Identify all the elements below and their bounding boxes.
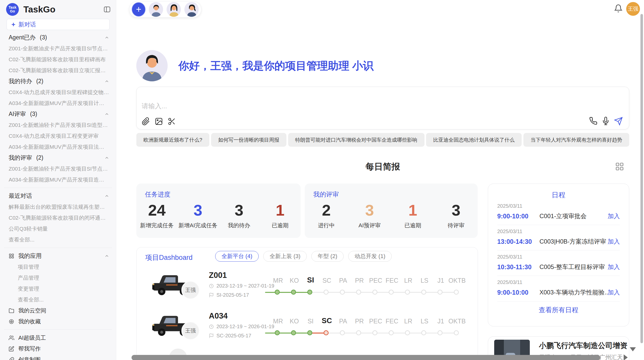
join-link[interactable]: 加入 [608,288,620,296]
milestone-label: OKTB [448,318,466,325]
tab-new-body[interactable]: 全新上装 (3) [263,251,307,262]
vertical-scrollbar[interactable] [640,14,643,343]
sidebar-item-cloud-space[interactable]: 我的云空间 [0,305,116,316]
scroll-right-icon[interactable] [624,354,628,360]
project-row[interactable]: 王强 Z001 2023-12-19 ~ 2027-01-19 SI-2025-… [137,270,478,310]
scroll-down-icon[interactable] [630,347,636,351]
join-link[interactable]: 加入 [608,212,620,220]
list-item[interactable]: 公司Q3轻卡销量 [0,223,116,234]
stat-label: 已逾期 [260,222,301,229]
flag-icon [209,333,214,338]
section-header-agent-done[interactable]: Agent已办 (3) [0,32,116,43]
milestone-label: LR [404,318,412,325]
suggestion-chip[interactable]: 比亚迪全固态电池计划具体说了什么 [426,133,522,147]
clock-icon [209,324,214,329]
stat-label: 我的待办 [218,222,260,229]
milestone-label-current: SI [307,276,314,284]
tab-year-model[interactable]: 年型 (2) [311,251,344,262]
list-item[interactable]: C02-飞腾新能源轻客改款项目立项汇报方案 [0,65,116,76]
schedule-name: X003-车辆动力学性能验... [539,288,608,296]
sidebar-item-ai-super-staff[interactable]: AI超级员工 [0,332,116,343]
greeting-text: 你好，王强，我是你的项目管理助理 小识 [178,59,374,73]
tab-powertrain[interactable]: 动总开发 (1) [348,251,392,262]
list-item[interactable]: Z001-全新燃油皮卡产品开发项目SI节点Lesson Learn报告 [0,43,116,54]
milestone-dot [421,290,426,295]
card-title: 任务进度 [145,190,170,199]
avatar[interactable] [149,2,163,17]
divider [4,188,112,188]
section-label: 我的待办 [9,78,32,84]
scissors-icon[interactable] [168,117,176,126]
suggestion-chip[interactable]: 当下年轻人对汽车外观有怎样的喜好趋势 [523,133,629,147]
phone-icon[interactable] [589,117,597,125]
briefing-layout-icon[interactable] [615,162,624,171]
section-header-my-review[interactable]: 我的评审 (2) [0,152,116,163]
notification-bell-icon[interactable] [614,4,623,13]
section-header-my-apps[interactable]: 我的应用 [0,250,116,261]
list-item[interactable]: Z001-全新燃油轻卡产品开发项目SI节点属性5D文件评审 [0,163,116,174]
list-item[interactable]: C0X4-动力总成开发项目SI里程碑提交物检查 [0,87,116,98]
tab-new-platform[interactable]: 全新平台 (4) [215,251,259,262]
milestone-dot [291,330,296,335]
add-contact-button[interactable]: + [132,3,145,16]
section-label: Agent已办 [9,34,36,41]
main-area: + 王强 [116,0,644,360]
list-item[interactable]: C0X4-动力总成开发项目工程变更评审 [0,130,116,141]
sidebar-item-creative-drawing[interactable]: 创意制图 [0,354,116,360]
horizontal-scrollbar[interactable] [131,355,600,360]
list-item[interactable]: 解释最新出台的欧盟报废车法规再生塑料比例被调至15%... [0,201,116,212]
sidebar-collapse-icon[interactable] [103,6,111,13]
new-chat-button[interactable]: + 新对话 [7,19,110,30]
section-header-my-todo[interactable]: 我的待办 (2) [0,76,116,87]
section-header-ai-review[interactable]: AI评审 (3) [0,109,116,119]
milestone-dot [454,330,459,335]
milestone-dot [356,290,361,295]
list-item[interactable]: C02-飞腾新能源轻客改款项目里程碑画布 [0,54,116,65]
stat: 1 已逾期 [391,202,434,229]
view-all-recent[interactable]: 查看全部... [0,234,116,245]
suggestion-chip[interactable]: 欧洲新规最近颁布了什么? [136,133,209,147]
sidebar-item-project-mgmt[interactable]: 项目管理 [0,261,116,272]
user-initials: 王强 [628,5,638,12]
view-all-apps[interactable]: 查看全部... [0,294,116,305]
attachment-icon[interactable] [142,117,150,126]
list-item[interactable]: A034-全新新能源MUV产品开发项目法规符合性评审 [0,141,116,152]
stat-label: 已逾期 [391,222,434,229]
sidebar-item-change-mgmt[interactable]: 变更管理 [0,283,116,294]
sidebar-item-favorites[interactable]: 我的收藏 [0,316,116,327]
user-avatar[interactable]: 王强 [626,2,640,16]
send-icon[interactable] [614,117,622,125]
view-all-schedule-link[interactable]: 查看所有日程 [488,306,629,314]
avatar[interactable] [167,2,181,17]
milestone-dot [307,330,312,335]
image-icon[interactable] [155,117,163,126]
list-item[interactable]: A034-全新新能源MUV产品开发项目计划变更表编写 [0,98,116,109]
schedule-name: C003|H0B-方案冻结评审 [539,237,608,246]
suggestion-chip[interactable]: 如何写一份清晰的项目周报 [211,133,286,147]
milestone-dot [454,290,459,295]
list-item[interactable]: A034-全新新能源MUV产品开发项目造型可行性评审 [0,174,116,185]
sidebar-item-product-mgmt[interactable]: 产品管理 [0,272,116,283]
milestone-label: PR [355,277,364,284]
my-review-card: 我的评审 2 进行中 3 AI预评审 1 已逾期 3 待评审 [305,184,478,238]
avatar[interactable] [184,2,199,17]
chat-input[interactable] [142,102,574,114]
sidebar-list: Agent已办 (3) Z001-全新燃油皮卡产品开发项目SI节点Lesson … [0,32,116,360]
microphone-icon[interactable] [602,117,610,125]
greeting: 你好，王强，我是你的项目管理助理 小识 [136,50,374,81]
milestone-dot [340,290,345,295]
logo-text-bottom: Go [10,9,15,13]
list-item[interactable]: C02-飞腾新能源轻客改款项目的闭环通告反馈情况 [0,212,116,223]
app-logo: Task Go [6,3,19,16]
join-link[interactable]: 加入 [608,237,620,246]
section-header-recent[interactable]: 最近对话 [0,190,116,201]
join-link[interactable]: 加入 [608,263,620,271]
sidebar-item-help-me-write[interactable]: 帮我写作 [0,343,116,354]
milestone-label: FEC [386,318,398,325]
milestone-dot [372,330,377,335]
input-toolbar-left [142,117,176,126]
project-row[interactable]: 王强 A034 2023-12-19 ~ 2026-01-19 SC-2025-… [137,310,478,351]
suggestion-chip[interactable]: 特朗普可能对进口汽车增税会对中国车企造成哪些影响 [288,133,425,147]
milestone-label: PEC [369,318,382,325]
list-item[interactable]: Z001-全新燃油轻卡产品开发项目SI造型提交物评审 [0,119,116,130]
